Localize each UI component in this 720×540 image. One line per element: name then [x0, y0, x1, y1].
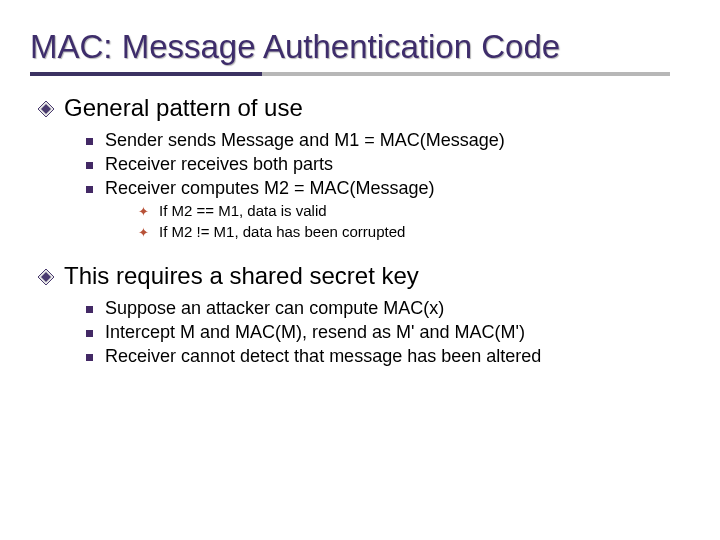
list-item: Receiver receives both parts — [86, 154, 690, 175]
diamond-bullet-icon — [38, 101, 54, 117]
list-item-text: Sender sends Message and M1 = MAC(Messag… — [105, 130, 505, 151]
list-item: Suppose an attacker can compute MAC(x) — [86, 298, 690, 319]
list-item: Receiver computes M2 = MAC(Message) — [86, 178, 690, 199]
list-item-text: Receiver receives both parts — [105, 154, 333, 175]
diamond-bullet-icon — [38, 269, 54, 285]
list-item-text: Suppose an attacker can compute MAC(x) — [105, 298, 444, 319]
list-item: Sender sends Message and M1 = MAC(Messag… — [86, 130, 690, 151]
list-item-text: Receiver computes M2 = MAC(Message) — [105, 178, 435, 199]
list-item: Intercept M and MAC(M), resend as M' and… — [86, 322, 690, 343]
section-heading-text: This requires a shared secret key — [64, 262, 419, 290]
sub-list-item-text: If M2 == M1, data is valid — [159, 202, 327, 219]
sub-list-item-text: If M2 != M1, data has been corrupted — [159, 223, 405, 240]
square-bullet-icon — [86, 186, 93, 193]
sub-list-item: ✦ If M2 == M1, data is valid — [138, 202, 690, 221]
list-item: Receiver cannot detect that message has … — [86, 346, 690, 367]
star-bullet-icon: ✦ — [138, 224, 149, 242]
square-bullet-icon — [86, 330, 93, 337]
slide-body: General pattern of use Sender sends Mess… — [38, 94, 690, 367]
slide: MAC: Message Authentication Code General… — [0, 0, 720, 540]
star-bullet-icon: ✦ — [138, 203, 149, 221]
list-item-text: Intercept M and MAC(M), resend as M' and… — [105, 322, 525, 343]
square-bullet-icon — [86, 138, 93, 145]
square-bullet-icon — [86, 306, 93, 313]
square-bullet-icon — [86, 354, 93, 361]
list-item-text: Receiver cannot detect that message has … — [105, 346, 541, 367]
section-heading-text: General pattern of use — [64, 94, 303, 122]
section-heading: This requires a shared secret key — [38, 262, 690, 290]
slide-title: MAC: Message Authentication Code — [30, 28, 690, 66]
title-underline — [30, 72, 670, 76]
sub-list-item: ✦ If M2 != M1, data has been corrupted — [138, 223, 690, 242]
section-heading: General pattern of use — [38, 94, 690, 122]
square-bullet-icon — [86, 162, 93, 169]
